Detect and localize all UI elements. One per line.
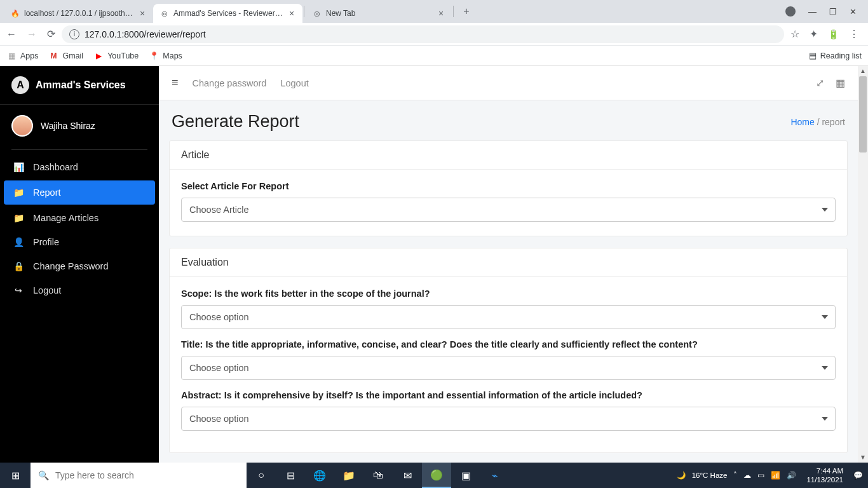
browser-tab-active[interactable]: ◎ Ammad's Services - Reviewer's D ×	[153, 4, 302, 23]
menu-toggle-icon[interactable]: ≡	[172, 76, 179, 90]
profile-icon[interactable]: 🔋	[828, 29, 839, 39]
taskbar: ⊞ 🔍 Type here to search ○ ⊟ 🌐 📁 🛍 ✉ 🟢 ▣ …	[0, 463, 868, 488]
search-placeholder: Type here to search	[55, 470, 134, 480]
main-content: ≡ Change password Logout ⤢ ▦ Generate Re…	[159, 66, 868, 463]
page-viewport: A Ammad's Services Wajiha Shiraz 📊Dashbo…	[0, 66, 868, 463]
scrollbar[interactable]: ▲ ▼	[858, 66, 868, 463]
bookmark-gmail[interactable]: MGmail	[49, 51, 84, 61]
task-view-icon[interactable]: ○	[247, 463, 276, 488]
sidebar-item-report[interactable]: 📁Report	[4, 180, 155, 205]
explorer-icon[interactable]: 📁	[334, 463, 363, 488]
reading-list-icon: ▤	[809, 51, 817, 60]
bookmark-apps[interactable]: ▦Apps	[6, 51, 39, 61]
card-header: Article	[170, 141, 847, 170]
abstract-select[interactable]: Choose option	[181, 407, 836, 431]
new-tab-button[interactable]: +	[458, 3, 475, 20]
page-header: Generate Report Home / report	[159, 100, 858, 140]
title-select[interactable]: Choose option	[181, 356, 836, 380]
breadcrumb-current: report	[822, 117, 845, 127]
terminal-icon[interactable]: ▣	[451, 463, 480, 488]
browser-tab[interactable]: 🔥 localhost / 127.0.0.1 / ijpsooth_jo ×	[4, 4, 153, 23]
tab-title: New Tab	[326, 9, 433, 18]
toolbar-right: ☆ ✦ 🔋 ⋮	[790, 28, 862, 40]
scroll-down-icon[interactable]: ▼	[858, 452, 868, 463]
sidebar-item-dashboard[interactable]: 📊Dashboard	[0, 155, 159, 179]
close-icon[interactable]: ×	[138, 9, 147, 18]
gmail-icon: M	[49, 51, 59, 61]
bookmark-maps[interactable]: 📍Maps	[149, 51, 182, 61]
reload-button[interactable]: ⟳	[47, 28, 55, 40]
window-controls: ― ❐ ✕	[785, 6, 864, 17]
scope-select[interactable]: Choose option	[181, 305, 836, 329]
back-button[interactable]: ←	[6, 29, 17, 40]
volume-icon[interactable]: 🔊	[787, 471, 796, 480]
wifi-icon[interactable]: 📶	[771, 471, 780, 480]
sidebar-item-change-password[interactable]: 🔒Change Password	[0, 254, 159, 278]
sidebar-user[interactable]: Wajiha Shiraz	[0, 105, 159, 147]
minimize-button[interactable]: ―	[808, 7, 817, 17]
address-bar: ← → ⟳ i 127.0.0.1:8000/reviewer/report ☆…	[0, 23, 868, 46]
search-icon: 🔍	[38, 470, 49, 480]
sidebar-item-profile[interactable]: 👤Profile	[0, 230, 159, 254]
brand[interactable]: A Ammad's Services	[0, 66, 159, 105]
sidebar: A Ammad's Services Wajiha Shiraz 📊Dashbo…	[0, 66, 159, 463]
browser-tab[interactable]: ◎ New Tab ×	[306, 4, 452, 23]
cortana-icon[interactable]: ⊟	[276, 463, 305, 488]
forward-button[interactable]: →	[27, 29, 37, 40]
card-evaluation: Evaluation Scope: Is the work fits bette…	[169, 248, 848, 453]
globe-icon: ◎	[159, 8, 170, 18]
lock-icon: 🔒	[13, 261, 24, 271]
close-icon[interactable]: ×	[287, 9, 296, 18]
folder-icon: 📁	[13, 213, 24, 223]
weather-text[interactable]: 16°C Haze	[692, 471, 728, 479]
brand-text: Ammad's Services	[36, 79, 126, 91]
extensions-icon[interactable]: ✦	[810, 28, 818, 40]
page-title: Generate Report	[172, 112, 299, 132]
store-icon[interactable]: 🛍	[363, 463, 393, 488]
clock[interactable]: 7:44 AM 11/13/2021	[803, 466, 847, 484]
menu-icon[interactable]: ⋮	[849, 28, 859, 40]
article-select-label: Select Article For Report	[181, 181, 836, 191]
edge-icon[interactable]: 🌐	[305, 463, 334, 488]
notifications-icon[interactable]: 💬	[853, 471, 863, 480]
topbar: ≡ Change password Logout ⤢ ▦	[159, 66, 858, 100]
scroll-thumb[interactable]	[859, 76, 867, 152]
mail-icon[interactable]: ✉	[393, 463, 422, 488]
article-select[interactable]: Choose Article	[181, 198, 836, 222]
user-name: Wajiha Shiraz	[41, 121, 95, 131]
folder-icon: 📁	[13, 187, 24, 198]
topbar-logout[interactable]: Logout	[280, 78, 308, 88]
grid-icon[interactable]: ▦	[836, 77, 845, 89]
start-button[interactable]: ⊞	[0, 463, 31, 488]
weather-icon[interactable]: 🌙	[677, 471, 686, 480]
info-icon[interactable]: i	[69, 29, 79, 39]
topbar-change-password[interactable]: Change password	[193, 78, 267, 88]
close-icon[interactable]: ×	[437, 9, 445, 18]
tab-title: Ammad's Services - Reviewer's D	[173, 9, 283, 18]
tray-chevron-icon[interactable]: ˄	[733, 471, 737, 480]
url-field[interactable]: i 127.0.0.1:8000/reviewer/report	[62, 25, 784, 43]
onedrive-icon[interactable]: ☁	[743, 471, 751, 480]
account-icon[interactable]	[785, 6, 796, 17]
youtube-icon: ▶	[93, 51, 104, 61]
bookmark-youtube[interactable]: ▶YouTube	[93, 51, 139, 61]
scroll-up-icon[interactable]: ▲	[858, 66, 868, 76]
scope-label: Scope: Is the work fits better in the sc…	[181, 288, 836, 299]
reading-list-button[interactable]: ▤Reading list	[809, 51, 862, 60]
sidebar-item-manage-articles[interactable]: 📁Manage Articles	[0, 206, 159, 230]
star-icon[interactable]: ☆	[790, 28, 799, 40]
dashboard-icon: 📊	[13, 162, 24, 172]
taskbar-search[interactable]: 🔍 Type here to search	[31, 463, 247, 488]
breadcrumb-home[interactable]: Home	[790, 117, 814, 127]
maximize-button[interactable]: ❐	[829, 7, 837, 17]
title-label: Title: Is the title appropriate, informa…	[181, 339, 836, 349]
apps-icon: ▦	[6, 51, 17, 61]
battery-icon[interactable]: ▭	[757, 471, 764, 480]
vscode-icon[interactable]: ⌁	[480, 463, 510, 488]
brand-logo-icon: A	[11, 76, 29, 94]
fullscreen-icon[interactable]: ⤢	[816, 77, 824, 89]
chrome-icon[interactable]: 🟢	[422, 463, 451, 488]
sidebar-item-logout[interactable]: ↪Logout	[0, 278, 159, 302]
url-text: 127.0.0.1:8000/reviewer/report	[85, 29, 206, 39]
close-window-button[interactable]: ✕	[850, 7, 857, 17]
